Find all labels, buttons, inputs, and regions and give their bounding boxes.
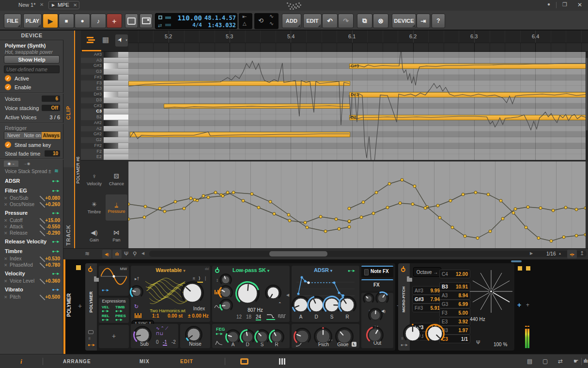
pressure-point[interactable]: [128, 203, 130, 206]
expression-tab-pressure[interactable]: ↓Pressure: [106, 194, 127, 221]
micropitch-entry-F3[interactable]: F35.00: [439, 308, 470, 317]
micropitch-entry-A#3[interactable]: A#39.99: [412, 286, 442, 295]
micropitch-entry-G3[interactable]: G36.99: [439, 300, 470, 308]
beat-strip[interactable]: [128, 43, 588, 52]
mod-arrow-icon[interactable]: ●─►: [52, 288, 60, 292]
mod-routing-tab-out[interactable]: ◉→: [4, 160, 18, 167]
overdub-button[interactable]: +: [107, 14, 122, 28]
mod-routing-tab-in[interactable]: →◉: [19, 160, 34, 167]
undo-button[interactable]: ↶: [322, 14, 338, 28]
pressure-point[interactable]: [362, 201, 365, 204]
mod-curve-icon[interactable]: [40, 196, 45, 201]
notes-view-icon[interactable]: [87, 36, 95, 45]
pressure-expression-points[interactable]: [128, 161, 586, 248]
pressure-point[interactable]: [348, 220, 351, 223]
pressure-point[interactable]: [269, 200, 272, 203]
midi-note[interactable]: [128, 81, 350, 86]
pressure-point[interactable]: [514, 208, 517, 210]
pressure-point[interactable]: [564, 206, 567, 209]
mod-curve-icon[interactable]: [40, 218, 45, 224]
pressure-point[interactable]: [584, 207, 586, 209]
osc-mono-icon[interactable]: |: [205, 276, 206, 281]
mod-section[interactable]: Timbre●─►: [0, 248, 63, 256]
pressure-point[interactable]: [273, 212, 276, 215]
glide-knob[interactable]: [334, 326, 355, 347]
tab-clip[interactable]: CLIP: [65, 106, 71, 120]
pressure-point[interactable]: [562, 236, 565, 239]
add-device-end-plus-gray[interactable]: +: [526, 302, 529, 308]
pressure-point[interactable]: [399, 202, 402, 205]
out-pan-knob[interactable]: [367, 307, 384, 323]
chain-scroll-indicator[interactable]: [511, 260, 522, 262]
sub-octave-minus1[interactable]: -1: [163, 339, 167, 346]
position-value[interactable]: 48.1.4.57: [203, 15, 236, 21]
micropitch-entry-F#3[interactable]: F#35.91: [412, 304, 442, 312]
vibrato-mod-arrow-icon[interactable]: ●─►: [102, 288, 109, 292]
info-icon[interactable]: i: [20, 358, 22, 366]
pressure-point[interactable]: [451, 226, 454, 229]
clip-name-column[interactable]: POLYMER #6: [75, 31, 81, 259]
view-arrange[interactable]: ARRANGE: [63, 359, 91, 364]
pressure-point[interactable]: [226, 191, 229, 194]
mod-curve-icon[interactable]: [40, 224, 45, 230]
mod-item[interactable]: ✕Pitch+0.500: [0, 294, 63, 301]
rack-track-name[interactable]: POLYMER: [66, 293, 72, 317]
micropitch-power-icon[interactable]: [401, 268, 405, 272]
mixer-panel-icon[interactable]: ılı: [584, 358, 588, 364]
mod-item-value[interactable]: +0.360: [45, 278, 60, 284]
grid-vscrollbar[interactable]: [586, 52, 588, 160]
piano-key[interactable]: [104, 126, 128, 132]
empty-mod-slot[interactable]: +: [99, 325, 129, 348]
swing-icon[interactable]: ⇄: [158, 23, 162, 28]
edit-menu-button[interactable]: EDIT: [303, 14, 322, 28]
show-help-button[interactable]: Show Help: [4, 55, 60, 64]
pressure-point[interactable]: [539, 207, 542, 209]
device-name-input[interactable]: [4, 65, 60, 73]
piano-key[interactable]: [104, 120, 128, 126]
pressure-point[interactable]: [207, 196, 210, 199]
fade-out-icon[interactable]: ∿: [269, 20, 274, 27]
mod-item-value[interactable]: +15.00: [45, 218, 60, 223]
scroll-right-icon[interactable]: ▶: [530, 251, 533, 256]
pitch-knob[interactable]: [313, 326, 333, 347]
noise-knob[interactable]: [184, 325, 203, 344]
automation-write-button[interactable]: ♪: [91, 14, 106, 28]
pressure-point[interactable]: [375, 191, 378, 194]
remove-mod-icon[interactable]: ✕: [4, 231, 8, 236]
note-grid[interactable]: G#3D#3B2: [128, 52, 586, 160]
piano-key[interactable]: [104, 69, 128, 75]
time-value[interactable]: 1:43.032: [203, 22, 236, 29]
add-device-end-plus-blue[interactable]: +: [517, 301, 521, 309]
pressure-point[interactable]: [464, 235, 466, 238]
osc-pitch-keyboard-icon[interactable]: [135, 313, 141, 318]
midi-note[interactable]: [164, 104, 350, 109]
fade-in-icon[interactable]: ∿: [269, 13, 274, 19]
dual-display-button[interactable]: [139, 14, 153, 28]
pressure-point[interactable]: [287, 213, 290, 216]
micropitch-entry-B3[interactable]: B310.91: [439, 282, 470, 291]
file-panel-icon[interactable]: ▢: [542, 358, 548, 365]
sub-square-icons[interactable]: ⊓⊔: [156, 331, 164, 336]
pressure-point[interactable]: [214, 191, 217, 194]
drum-view-icon[interactable]: ▦: [102, 35, 109, 44]
expression-tab-chance[interactable]: ⚄Chance: [106, 166, 127, 192]
mod-section[interactable]: Pressure●─►: [0, 210, 63, 217]
pressure-point[interactable]: [526, 206, 529, 208]
piano-key[interactable]: [104, 58, 128, 64]
osc-hz-value[interactable]: ± 0.00 Hz: [188, 313, 209, 319]
pressure-point[interactable]: [128, 218, 130, 221]
pressure-point[interactable]: [257, 206, 260, 209]
piano-key-black[interactable]: [104, 75, 118, 80]
mod-arrow-icon[interactable]: ●─►: [52, 211, 60, 215]
mod-item-value[interactable]: +0.530: [45, 256, 60, 261]
pressure-point[interactable]: [202, 194, 205, 197]
sub-octave-minus2[interactable]: -2: [171, 339, 176, 345]
mod-item[interactable]: ✕Osc/Sub+0.080: [0, 195, 63, 202]
out-level-knob[interactable]: [374, 290, 390, 306]
voices-value[interactable]: 6: [42, 96, 60, 102]
piano-key[interactable]: [104, 131, 128, 137]
device-mod-icon[interactable]: ●─►: [88, 343, 95, 347]
piano-key-black[interactable]: [104, 92, 118, 97]
retrigger-option[interactable]: Note on: [23, 132, 42, 139]
tab-track[interactable]: TRACK: [65, 224, 71, 246]
